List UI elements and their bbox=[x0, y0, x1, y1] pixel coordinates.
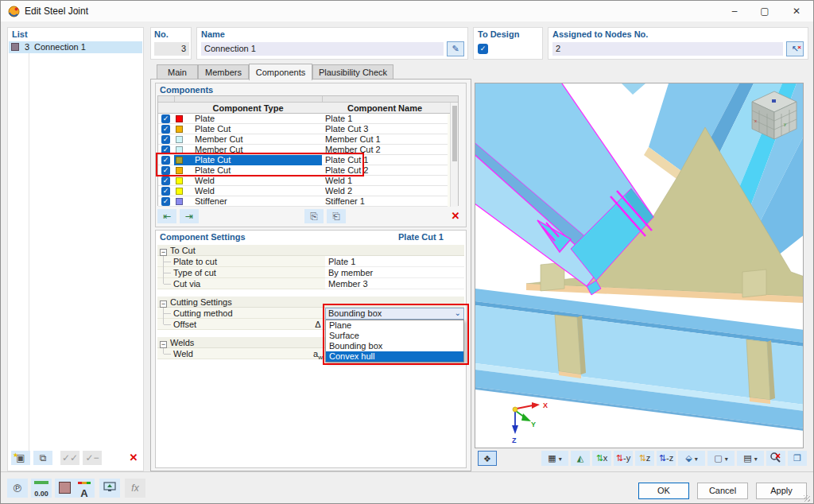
option-convex-hull[interactable]: Convex hull bbox=[326, 351, 463, 362]
pick-nodes-button[interactable]: ↖× bbox=[786, 41, 804, 56]
viewport-3d[interactable]: x y X Y Z bbox=[475, 83, 804, 448]
row-checkbox[interactable]: ✓ bbox=[161, 197, 170, 206]
dropdown-arrow-icon: ▾ bbox=[725, 456, 728, 463]
option-surface[interactable]: Surface bbox=[326, 331, 463, 341]
perspective-view-button[interactable]: ◭ bbox=[571, 451, 590, 466]
row-checkbox[interactable]: ✓ bbox=[161, 176, 170, 185]
prop-type-of-cut[interactable]: Type of cut bbox=[157, 267, 311, 278]
ok-button[interactable]: OK bbox=[638, 483, 689, 499]
view-z-button[interactable]: ⇅z bbox=[635, 451, 654, 466]
cancel-button[interactable]: Cancel bbox=[697, 483, 748, 499]
edit-name-button[interactable]: ✎ bbox=[447, 41, 464, 56]
table-row[interactable]: ✓ Member Cut Member Cut 2 bbox=[158, 145, 458, 155]
value-cut-via[interactable]: Member 3 bbox=[325, 278, 464, 289]
print-button[interactable]: ▤ ▾ bbox=[737, 451, 764, 466]
uncheck-all-button[interactable]: ✓− bbox=[83, 451, 102, 465]
prop-cut-via[interactable]: Cut via bbox=[157, 278, 311, 289]
decimal-places-button[interactable]: 0.00 bbox=[31, 479, 52, 498]
isometric-view-button[interactable]: ⬙ ▾ bbox=[678, 451, 705, 466]
name-input[interactable]: Connection 1 bbox=[201, 42, 444, 56]
maximize-button[interactable]: ▢ bbox=[751, 1, 778, 21]
column-header-name[interactable]: Component Name bbox=[322, 103, 448, 114]
dropdown-arrow-icon: ▾ bbox=[695, 456, 698, 463]
close-button[interactable]: ✕ bbox=[783, 1, 810, 21]
table-row[interactable]: ✓ Weld Weld 1 bbox=[158, 176, 458, 186]
zoom-cancel-button[interactable] bbox=[766, 451, 785, 466]
table-row[interactable]: ✓ Plate Cut Plate Cut 2 bbox=[158, 165, 458, 176]
tab-members[interactable]: Members bbox=[198, 64, 249, 79]
option-plane[interactable]: Plane bbox=[326, 320, 463, 331]
add-component-button[interactable]: ⇥ bbox=[180, 209, 199, 223]
resize-grip[interactable] bbox=[804, 495, 810, 502]
type-cell: Plate Cut bbox=[174, 165, 322, 176]
value-plate-to-cut[interactable]: Plate 1 bbox=[325, 256, 464, 267]
cutting-method-dropdown[interactable]: ⌄ Bounding box bbox=[325, 308, 464, 320]
save-component-button[interactable]: ⎗ bbox=[327, 209, 346, 223]
view-minus-z-button[interactable]: ⇅-z bbox=[657, 451, 676, 466]
apply-button[interactable]: Apply bbox=[756, 483, 807, 499]
tree-tick bbox=[164, 262, 171, 262]
row-checkbox[interactable]: ✓ bbox=[161, 135, 170, 144]
assigned-nodes-input[interactable]: 2 bbox=[552, 42, 783, 56]
axis-arrows-icon: ⇅ bbox=[616, 453, 623, 463]
collapse-icon[interactable]: − bbox=[160, 341, 167, 348]
row-checkbox[interactable]: ✓ bbox=[161, 187, 170, 196]
table-row-selected[interactable]: ✓ Plate Cut Plate Cut 1 bbox=[158, 155, 458, 165]
tab-main[interactable]: Main bbox=[157, 64, 198, 79]
color-settings-button[interactable] bbox=[55, 479, 74, 498]
list-item-connection[interactable]: 3 Connection 1 bbox=[9, 41, 142, 53]
delete-connection-button[interactable]: ✕ bbox=[124, 451, 143, 465]
row-checkbox[interactable]: ✓ bbox=[161, 156, 170, 165]
collapse-icon[interactable]: − bbox=[160, 249, 167, 256]
value-type-of-cut[interactable]: By member bbox=[325, 267, 464, 278]
pin-dialog-button[interactable]: ℗ bbox=[7, 479, 28, 498]
view-mode-button[interactable]: ▦ ▾ bbox=[541, 451, 568, 466]
view-minus-y-button[interactable]: ⇅-y bbox=[614, 451, 633, 466]
row-checkbox[interactable]: ✓ bbox=[161, 145, 170, 154]
list-item-number: 3 bbox=[25, 41, 29, 53]
table-scrollbar[interactable] bbox=[450, 103, 458, 207]
option-bounding-box[interactable]: Bounding box bbox=[326, 341, 463, 351]
import-component-button[interactable]: ⎘ bbox=[304, 209, 324, 223]
prop-weld[interactable]: Weld bbox=[157, 348, 311, 359]
table-row[interactable]: ✓ Member Cut Member Cut 1 bbox=[158, 134, 458, 145]
projection-cube-button[interactable]: ▢ ▾ bbox=[707, 451, 735, 466]
table-row[interactable]: ✓ Weld Weld 2 bbox=[158, 186, 458, 196]
row-checkbox[interactable]: ✓ bbox=[161, 166, 170, 175]
copy-connection-button[interactable]: ⧉ bbox=[33, 451, 52, 465]
new-connection-button[interactable]: ▣★ bbox=[11, 451, 30, 465]
to-design-checkbox[interactable]: ✓ bbox=[478, 44, 488, 54]
column-header-type[interactable]: Component Type bbox=[174, 103, 322, 114]
display-properties-button[interactable]: A bbox=[74, 479, 95, 498]
prop-plate-to-cut[interactable]: Plate to cut bbox=[157, 256, 311, 267]
table-row[interactable]: ✓ Stiffener Stiffener 1 bbox=[158, 196, 458, 207]
side-panel-button[interactable]: ❐ bbox=[788, 451, 807, 466]
fx-comment-button[interactable]: fx bbox=[125, 479, 145, 498]
tab-components[interactable]: Components bbox=[249, 64, 312, 80]
axis-z-label: Z bbox=[512, 436, 517, 444]
type-cell: Weld bbox=[174, 186, 322, 196]
name-cell: Stiffener 1 bbox=[325, 196, 448, 207]
navigation-cube[interactable]: x y bbox=[752, 91, 797, 139]
check-all-button[interactable]: ✓✓ bbox=[60, 451, 79, 465]
scrollbar-thumb[interactable] bbox=[452, 106, 457, 161]
view-x-button[interactable]: ⇅x bbox=[592, 451, 611, 466]
row-checkbox[interactable]: ✓ bbox=[161, 114, 170, 123]
pan-view-button[interactable]: ❖ bbox=[478, 451, 497, 466]
prop-offset[interactable]: Offset bbox=[157, 319, 311, 330]
minimize-button[interactable]: – bbox=[721, 1, 748, 21]
table-row[interactable]: ✓ Plate Cut Plate Cut 3 bbox=[158, 124, 458, 134]
pin-icon: ℗ bbox=[14, 482, 21, 494]
collapse-icon[interactable]: − bbox=[160, 300, 167, 308]
prop-cutting-method[interactable]: Cutting method bbox=[157, 308, 311, 319]
group-cutting-settings[interactable]: −Cutting Settings bbox=[157, 297, 464, 308]
table-row[interactable]: ✓ Plate Plate 1 bbox=[158, 114, 458, 124]
delete-component-button[interactable]: ✕ bbox=[446, 209, 465, 223]
rendering-button[interactable] bbox=[99, 479, 120, 498]
tab-plausibility-check[interactable]: Plausibility Check bbox=[312, 64, 393, 79]
window-title: Edit Steel Joint bbox=[25, 6, 88, 17]
no-label: No. bbox=[154, 29, 169, 39]
group-to-cut[interactable]: −To Cut bbox=[157, 245, 464, 256]
row-checkbox[interactable]: ✓ bbox=[161, 125, 170, 134]
insert-component-button[interactable]: ⇤ bbox=[157, 209, 176, 223]
